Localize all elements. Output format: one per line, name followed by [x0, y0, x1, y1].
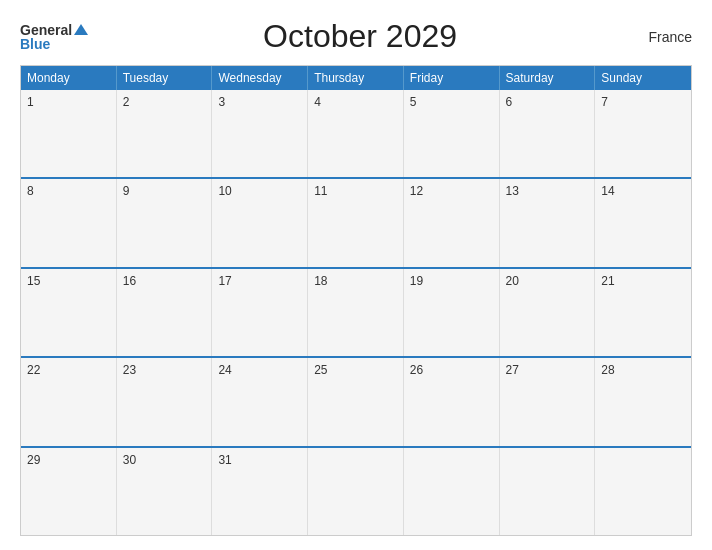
day-cell: 28	[595, 358, 691, 445]
day-number: 2	[123, 95, 130, 109]
day-number: 25	[314, 363, 327, 377]
day-number: 19	[410, 274, 423, 288]
day-number: 28	[601, 363, 614, 377]
day-number: 23	[123, 363, 136, 377]
day-cell: 18	[308, 269, 404, 356]
day-cell: 4	[308, 90, 404, 177]
calendar-page: General Blue October 2029 France MondayT…	[0, 0, 712, 550]
day-number: 8	[27, 184, 34, 198]
day-number: 31	[218, 453, 231, 467]
day-cell: 31	[212, 448, 308, 535]
day-header-saturday: Saturday	[500, 66, 596, 90]
day-cell: 30	[117, 448, 213, 535]
day-cell: 5	[404, 90, 500, 177]
week-row-1: 1234567	[21, 90, 691, 177]
day-number: 7	[601, 95, 608, 109]
day-cell: 23	[117, 358, 213, 445]
day-number: 24	[218, 363, 231, 377]
day-cell: 25	[308, 358, 404, 445]
calendar-weeks: 1234567891011121314151617181920212223242…	[21, 90, 691, 535]
day-cell: 12	[404, 179, 500, 266]
day-cell: 11	[308, 179, 404, 266]
day-cell	[404, 448, 500, 535]
day-cell: 9	[117, 179, 213, 266]
day-number: 4	[314, 95, 321, 109]
day-cell: 10	[212, 179, 308, 266]
day-number: 27	[506, 363, 519, 377]
day-number: 26	[410, 363, 423, 377]
logo-triangle-icon	[74, 24, 88, 35]
day-headers-row: MondayTuesdayWednesdayThursdayFridaySatu…	[21, 66, 691, 90]
day-number: 5	[410, 95, 417, 109]
day-number: 6	[506, 95, 513, 109]
week-row-3: 15161718192021	[21, 267, 691, 356]
day-cell: 24	[212, 358, 308, 445]
day-number: 30	[123, 453, 136, 467]
day-cell: 16	[117, 269, 213, 356]
day-header-friday: Friday	[404, 66, 500, 90]
day-number: 3	[218, 95, 225, 109]
day-cell	[500, 448, 596, 535]
logo: General Blue	[20, 23, 88, 51]
day-cell: 27	[500, 358, 596, 445]
day-cell: 6	[500, 90, 596, 177]
day-cell: 17	[212, 269, 308, 356]
day-header-sunday: Sunday	[595, 66, 691, 90]
calendar-grid: MondayTuesdayWednesdayThursdayFridaySatu…	[20, 65, 692, 536]
day-cell: 20	[500, 269, 596, 356]
day-number: 29	[27, 453, 40, 467]
week-row-4: 22232425262728	[21, 356, 691, 445]
day-number: 20	[506, 274, 519, 288]
day-cell: 15	[21, 269, 117, 356]
logo-blue-text: Blue	[20, 37, 50, 51]
page-header: General Blue October 2029 France	[20, 18, 692, 55]
day-cell: 19	[404, 269, 500, 356]
day-cell: 8	[21, 179, 117, 266]
day-cell: 3	[212, 90, 308, 177]
day-number: 10	[218, 184, 231, 198]
day-number: 9	[123, 184, 130, 198]
day-cell: 2	[117, 90, 213, 177]
day-number: 14	[601, 184, 614, 198]
day-number: 12	[410, 184, 423, 198]
day-cell: 21	[595, 269, 691, 356]
day-number: 18	[314, 274, 327, 288]
day-cell: 14	[595, 179, 691, 266]
day-number: 16	[123, 274, 136, 288]
day-cell: 7	[595, 90, 691, 177]
day-cell: 22	[21, 358, 117, 445]
day-header-tuesday: Tuesday	[117, 66, 213, 90]
day-cell: 26	[404, 358, 500, 445]
day-number: 1	[27, 95, 34, 109]
day-cell	[308, 448, 404, 535]
day-cell: 1	[21, 90, 117, 177]
day-number: 13	[506, 184, 519, 198]
week-row-2: 891011121314	[21, 177, 691, 266]
day-header-monday: Monday	[21, 66, 117, 90]
calendar-title: October 2029	[88, 18, 632, 55]
country-label: France	[632, 29, 692, 45]
day-number: 11	[314, 184, 327, 198]
day-number: 17	[218, 274, 231, 288]
day-number: 15	[27, 274, 40, 288]
day-cell: 13	[500, 179, 596, 266]
logo-general-text: General	[20, 23, 72, 37]
day-header-thursday: Thursday	[308, 66, 404, 90]
day-number: 21	[601, 274, 614, 288]
day-cell: 29	[21, 448, 117, 535]
day-number: 22	[27, 363, 40, 377]
day-cell	[595, 448, 691, 535]
day-header-wednesday: Wednesday	[212, 66, 308, 90]
week-row-5: 293031	[21, 446, 691, 535]
